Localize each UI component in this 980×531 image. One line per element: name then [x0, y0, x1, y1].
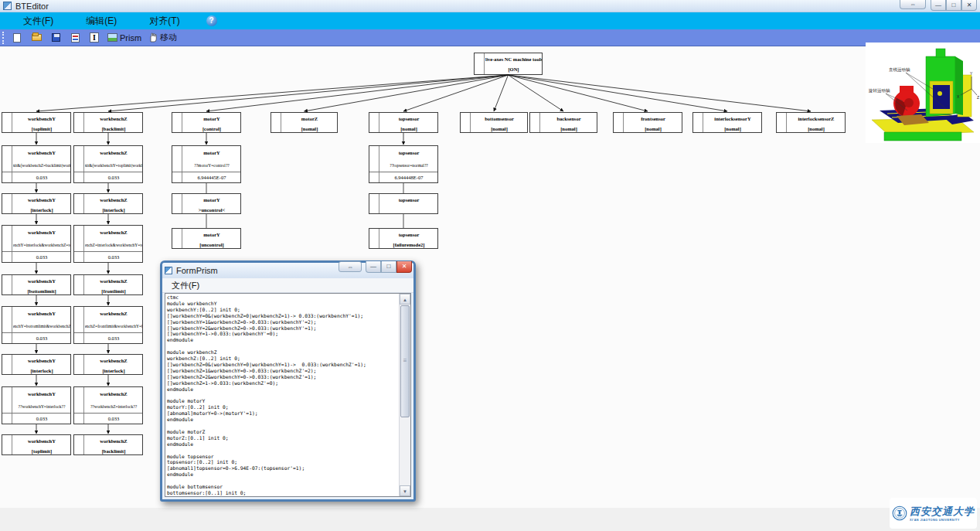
- node-left-cell: [271, 113, 281, 132]
- university-logo: 西安交通大学 XI'AN JIAOTONG UNIVERSITY: [890, 498, 977, 529]
- formprism-titlebar[interactable]: FormPrism ⇔ — □ ✕: [162, 263, 413, 278]
- tree-node-fs1[interactable]: frontsensor[nomal]: [613, 112, 682, 133]
- university-name-en: XI'AN JIAOTONG UNIVERSITY: [910, 519, 975, 522]
- export-button[interactable]: [66, 30, 83, 45]
- toolbar: I Prism 移动: [0, 29, 980, 46]
- open-folder-icon: [32, 34, 42, 41]
- menu-align[interactable]: 对齐(T): [140, 13, 189, 29]
- axis-z-label: Z: [977, 95, 979, 100]
- resize-button[interactable]: ⇔: [900, 0, 926, 9]
- node-left-cell: [2, 275, 12, 294]
- prism-button-label: Prism: [120, 33, 141, 43]
- tree-node-wbY2[interactable]: workbenchYworkbenchY=toplimit&(workbench…: [2, 145, 71, 183]
- tree-node-bs1[interactable]: bottomsensor[nomal]: [460, 112, 528, 133]
- canvas-bottom-strip: [0, 508, 980, 531]
- node-left-cell: [74, 113, 84, 132]
- tree-node-mZ1[interactable]: motorZ[nomal]: [271, 112, 338, 133]
- node-left-cell: [2, 113, 12, 132]
- tree-node-wbY9[interactable]: workbenchY[toplimit]: [2, 434, 71, 455]
- save-button[interactable]: [47, 30, 64, 45]
- formprism-title: FormPrism: [176, 266, 218, 275]
- tree-node-wbZ8[interactable]: workbenchZ??workbenchZ=interlock??0.033: [73, 386, 143, 424]
- university-emblem-icon: [892, 502, 907, 525]
- new-file-button[interactable]: [9, 30, 26, 45]
- tree-node-wbZ3[interactable]: workbenchZ[interlock]: [73, 193, 143, 214]
- tree-node-ilY1[interactable]: interlocksensorY[nomal]: [692, 112, 762, 133]
- label-linear-axes: 直线运动轴: [889, 67, 910, 73]
- tree-node-wbZ4[interactable]: workbenchZworkbenchZ=interlock&workbench…: [73, 225, 143, 263]
- formprism-body: ctmc module workbenchY workbenchY:[0..2]…: [165, 293, 411, 497]
- picture-icon: [107, 33, 117, 42]
- move-button[interactable]: 移动: [146, 30, 179, 45]
- node-left-cell: [693, 113, 703, 132]
- tree-node-ts1[interactable]: topsensor[nomal]: [369, 112, 438, 133]
- tree-node-wbY5[interactable]: workbenchY[bottomlimit]: [2, 274, 71, 295]
- code-scrollbar[interactable]: ▲ ▼: [399, 294, 410, 496]
- machine-preview-panel: 直线运动轴 旋转运动轴 Y X Z: [866, 43, 980, 143]
- tree-node-ilZ1[interactable]: interlocksensorZ[nomal]: [776, 112, 846, 133]
- tree-node-wbZ5[interactable]: workbenchZ[frontlimit]: [73, 274, 143, 295]
- formprism-maximize-button[interactable]: □: [381, 261, 396, 273]
- scroll-down-button[interactable]: ▼: [400, 485, 410, 496]
- node-left-cell: [74, 194, 84, 213]
- close-button[interactable]: ✕: [961, 0, 977, 11]
- tree-node-wbY6[interactable]: workbenchYworkbenchY=bottomlimit&workben…: [2, 306, 71, 344]
- label-rotary-axes: 旋转运动轴: [868, 88, 890, 94]
- tree-node-wbY4[interactable]: workbenchYworkbenchY=interlock&workbench…: [2, 225, 71, 263]
- tree-node-bks1[interactable]: backsensor[nomal]: [529, 112, 597, 133]
- tree-node-mY3[interactable]: motorY>uncontrol<: [172, 193, 241, 214]
- tree-node-wbY7[interactable]: workbenchY[interlock]: [2, 354, 71, 375]
- tree-node-wbY8[interactable]: workbenchY??workbenchY=interlock??0.033: [2, 386, 71, 424]
- prism-code-text[interactable]: ctmc module workbenchY workbenchY:[0..2]…: [165, 294, 399, 496]
- tree-node-ts3[interactable]: topsensor: [369, 193, 438, 214]
- bteditor-window: BTEditor ⇔ — □ ✕ 文件(F) 编辑(E) 对齐(T) ? I P…: [0, 0, 980, 531]
- formprism-icon: [165, 267, 172, 274]
- tree-node-wbZ2[interactable]: workbenchZworkbenchZ=backlimit&(workbenc…: [73, 145, 143, 183]
- formprism-resize-button[interactable]: ⇔: [339, 261, 362, 272]
- prism-button[interactable]: Prism: [105, 30, 144, 45]
- menubar: 文件(F) 编辑(E) 对齐(T) ?: [0, 12, 980, 29]
- node-left-cell: [172, 194, 182, 213]
- tree-node-wbY3[interactable]: workbenchY[interlock]: [2, 193, 71, 214]
- tree-node-wbY1[interactable]: workbenchY[toplimit]: [2, 112, 71, 133]
- node-left-cell: [74, 435, 84, 454]
- machine-3d-image: 直线运动轴 旋转运动轴 Y X Z: [866, 43, 980, 143]
- node-left-cell: [369, 229, 379, 248]
- node-left-cell: [2, 355, 12, 374]
- node-left-cell: [172, 229, 182, 248]
- maximize-button[interactable]: □: [946, 0, 961, 11]
- node-left-cell: [74, 355, 84, 374]
- tree-node-mY2[interactable]: motorY??motorY=control??6.944445E-07: [172, 145, 241, 183]
- scroll-up-button[interactable]: ▲: [400, 294, 410, 305]
- open-file-button[interactable]: [28, 30, 45, 45]
- help-icon[interactable]: ?: [206, 15, 217, 26]
- tree-node-ts4[interactable]: topsensor[failuremode2]: [369, 228, 438, 249]
- text-tool-button[interactable]: I: [86, 30, 103, 45]
- node-left-cell: [461, 113, 471, 132]
- tree-node-wbZ1[interactable]: workbenchZ[backlimit]: [73, 112, 143, 133]
- node-left-cell: [74, 275, 84, 294]
- tree-node-ts2[interactable]: topsensor??topsensor=normal??6.944448E-0…: [369, 145, 438, 183]
- formprism-menu-file[interactable]: 文件(F): [165, 279, 206, 292]
- new-file-icon: [13, 33, 21, 43]
- node-left-cell: [369, 113, 379, 132]
- menu-edit[interactable]: 编辑(E): [77, 13, 126, 29]
- tree-node-mY4[interactable]: motorY[uncontrol]: [172, 228, 241, 249]
- tree-node-wbZ6[interactable]: workbenchZworkbenchZ=frontlimit&workbenc…: [73, 306, 143, 344]
- node-left-cell: [777, 113, 787, 132]
- tree-node-wbZ7[interactable]: workbenchZ[interlock]: [73, 354, 143, 375]
- move-button-label: 移动: [160, 32, 177, 43]
- formprism-dialog: FormPrism ⇔ — □ ✕ 文件(F) ctmc module work…: [160, 260, 416, 502]
- tree-node-root[interactable]: five-axes NC machine tools[ON]: [474, 53, 543, 75]
- window-title: BTEditor: [15, 2, 49, 11]
- menu-file[interactable]: 文件(F): [14, 13, 63, 29]
- tree-node-wbZ9[interactable]: workbenchZ[backlimit]: [73, 434, 143, 455]
- minimize-button[interactable]: —: [931, 0, 946, 11]
- scrollbar-thumb[interactable]: [400, 305, 410, 417]
- formprism-close-button[interactable]: ✕: [396, 261, 412, 273]
- save-icon: [52, 33, 60, 42]
- node-left-cell: [172, 113, 182, 132]
- formprism-minimize-button[interactable]: —: [366, 261, 381, 273]
- tree-node-mY1[interactable]: motorY[control]: [172, 112, 241, 133]
- formprism-menubar: 文件(F): [162, 278, 413, 293]
